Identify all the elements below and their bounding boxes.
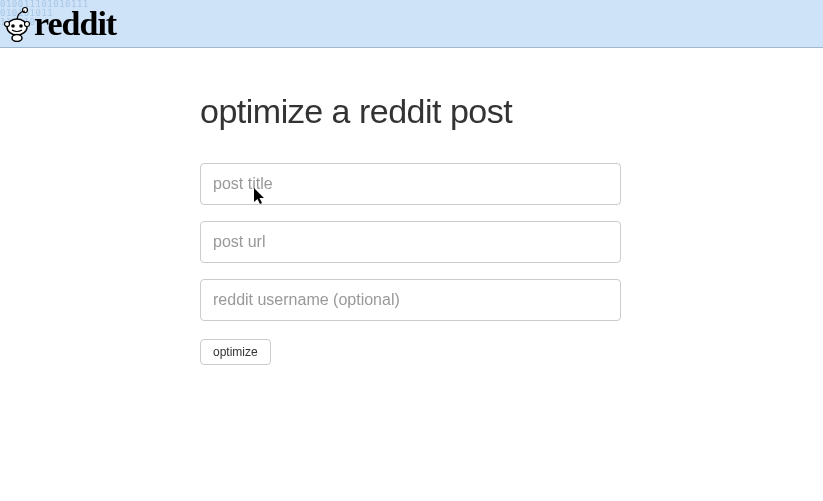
optimize-button[interactable]: optimize	[200, 339, 271, 365]
svg-point-4	[11, 24, 15, 28]
svg-point-3	[25, 21, 30, 26]
svg-point-5	[19, 24, 23, 28]
header-bar: 010011101010111 010101011 111010 reddit	[0, 0, 823, 48]
reddit-snoo-icon	[4, 6, 30, 42]
main-content: optimize a reddit post optimize	[200, 48, 621, 365]
svg-point-1	[7, 19, 27, 35]
page-title: optimize a reddit post	[200, 92, 512, 131]
svg-point-6	[12, 34, 22, 41]
post-title-input[interactable]	[200, 163, 621, 205]
svg-point-2	[5, 21, 10, 26]
logo-text: reddit	[34, 5, 116, 43]
post-url-input[interactable]	[200, 221, 621, 263]
logo[interactable]: reddit	[0, 5, 116, 43]
username-input[interactable]	[200, 279, 621, 321]
